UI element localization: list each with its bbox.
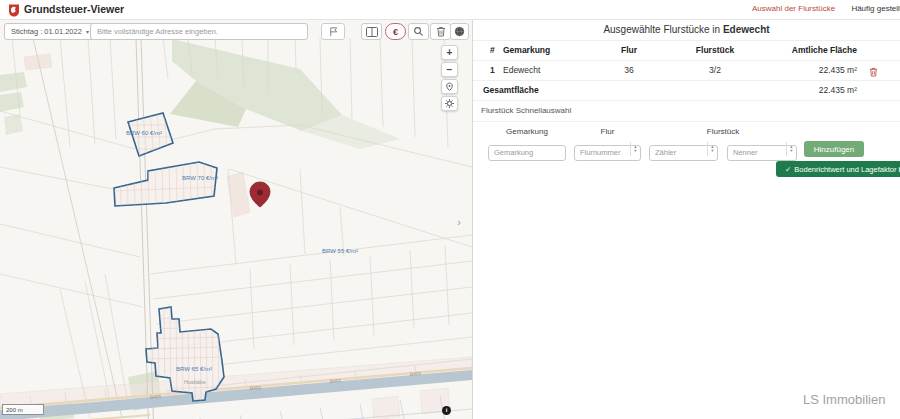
address-search: [90, 23, 308, 40]
niedersachsen-shield-logo: [8, 3, 20, 21]
svg-text:B401: B401: [250, 384, 262, 391]
bodenrichtwert-euro-button[interactable]: €: [385, 23, 406, 40]
panel-divider: [472, 19, 473, 419]
spin-down-icon: ▾: [634, 149, 636, 154]
gemarkung-input[interactable]: [488, 145, 566, 161]
header-nav: Auswahl der Flurstücke Häufig gestellte …: [752, 4, 900, 13]
brw-65-label: BRW 65 €/m²: [176, 366, 212, 372]
stichtag-label: Stichtag : 01.01.2022: [11, 27, 82, 36]
watermark: LS Immobilien: [803, 392, 885, 407]
map-settings-button[interactable]: [441, 96, 458, 111]
add-flurstueck-button[interactable]: Hinzufügen: [804, 141, 864, 157]
table-row: 1 Edewecht 36 3/2 22.435 m²: [473, 61, 900, 81]
row-flurstueck: 3/2: [683, 61, 747, 80]
place-label-husbaeke: Husbäke: [184, 379, 206, 385]
row-flaeche: 22.435 m²: [819, 61, 857, 80]
magnifier-icon: [413, 26, 424, 37]
nav-faq[interactable]: Häufig gestellte Fragen (FAQ): [851, 4, 900, 13]
row-num: 1: [490, 61, 495, 80]
basemap-globe-button[interactable]: [450, 23, 469, 40]
flurnummer-stepper[interactable]: ▴ ▾: [630, 142, 640, 156]
table-header-row: # Gemarkung Flur Flurstück Amtliche Fläc…: [473, 41, 900, 61]
spin-down-icon: ▾: [711, 149, 713, 154]
flurstueck-panel: Ausgewählte Flurstücke in Edewecht # Gem…: [473, 19, 900, 419]
spin-down-icon: ▾: [790, 149, 792, 154]
zoom-search-button[interactable]: [408, 23, 429, 40]
info-icon: i: [446, 407, 448, 413]
brw-70-label: BRW 70 €/m²: [182, 175, 218, 181]
svg-text:B401: B401: [410, 370, 422, 377]
delete-selection-button[interactable]: [430, 23, 451, 40]
panel-title-city: Edewecht: [723, 24, 770, 35]
zoom-out-button[interactable]: −: [441, 62, 458, 77]
panel-title: Ausgewählte Flurstücke in Edewecht: [473, 19, 900, 41]
col-header-flur: Flur: [611, 41, 647, 60]
col-header-flurstueck: Flurstück: [683, 41, 747, 60]
legend-button[interactable]: [361, 23, 382, 40]
map-scale-bar: 200 m: [2, 404, 44, 415]
row-flur: 36: [611, 61, 647, 80]
zaehler-stepper[interactable]: ▴ ▾: [707, 142, 717, 156]
quick-select-title: Flurstück Schnellauswahl: [481, 101, 571, 121]
book-icon: [366, 27, 378, 37]
brw-55-label: BRW 55 €/m²: [322, 248, 358, 254]
total-row: Gesamtfläche 22.435 m²: [473, 81, 900, 101]
nenner-stepper[interactable]: ▴ ▾: [786, 142, 796, 156]
trash-icon: [436, 26, 446, 37]
feedback-flag-button[interactable]: [321, 23, 345, 40]
map-canvas[interactable]: BRW 60 €/m² BRW 70 €/m² BRW 55 €/m² BRW …: [0, 19, 472, 419]
panel-title-prefix: Ausgewählte Flurstücke in: [603, 24, 720, 35]
plus-icon: +: [447, 47, 453, 58]
app-header: Grundsteuer-Viewer Auswahl der Flurstück…: [0, 0, 900, 20]
total-value: 22.435 m²: [819, 81, 857, 100]
map-graphics: BRW 60 €/m² BRW 70 €/m² BRW 55 €/m² BRW …: [0, 19, 472, 419]
svg-text:B401: B401: [330, 377, 342, 384]
address-input[interactable]: [91, 24, 307, 39]
col-header-num: #: [490, 41, 495, 60]
col-header-gemarkung: Gemarkung: [503, 41, 550, 60]
calculate-button-label: Bodenrichtwert und Lagefaktor berechnen: [794, 165, 900, 174]
minus-icon: −: [447, 64, 453, 75]
nav-auswahl-flurstuecke[interactable]: Auswahl der Flurstücke: [752, 4, 835, 13]
attribution-info-button[interactable]: i: [442, 406, 451, 415]
quick-select-form: ▴ ▾ ▴ ▾ ▴ ▾ Hinzufügen ✓ Bodenrichtwert …: [473, 139, 900, 161]
euro-icon: €: [393, 27, 398, 37]
chevron-right-icon: ›: [457, 216, 461, 228]
pin-icon: [445, 81, 454, 92]
zoom-in-button[interactable]: +: [441, 45, 458, 60]
globe-icon: [454, 26, 465, 37]
locate-button[interactable]: [441, 79, 458, 94]
caret-down-icon: ▾: [86, 28, 89, 35]
stichtag-dropdown[interactable]: Stichtag : 01.01.2022 ▾: [4, 23, 96, 40]
panel-collapse-handle[interactable]: ›: [452, 212, 466, 232]
label-flur: Flur: [574, 127, 641, 136]
quick-select-labels: Gemarkung Flur Flurstück: [473, 127, 900, 139]
total-label: Gesamtfläche: [483, 81, 539, 100]
scale-label: 200 m: [6, 407, 23, 413]
quick-select-section: Flurstück Schnellauswahl: [473, 101, 900, 122]
app-title: Grundsteuer-Viewer: [24, 3, 124, 15]
calculate-bodenrichtwert-button[interactable]: ✓ Bodenrichtwert und Lagefaktor berechne…: [776, 161, 900, 177]
col-header-flaeche: Amtliche Fläche: [792, 41, 857, 60]
flag-icon: [328, 26, 339, 37]
label-gemarkung: Gemarkung: [488, 127, 566, 136]
trash-icon: [869, 67, 878, 77]
check-icon: ✓: [785, 165, 791, 174]
label-flurstueck: Flurstück: [649, 127, 797, 136]
row-gemarkung: Edewecht: [503, 61, 540, 80]
gear-icon: [444, 98, 455, 109]
brw-60-label: BRW 60 €/m²: [126, 130, 162, 136]
svg-text:B401: B401: [150, 393, 162, 400]
